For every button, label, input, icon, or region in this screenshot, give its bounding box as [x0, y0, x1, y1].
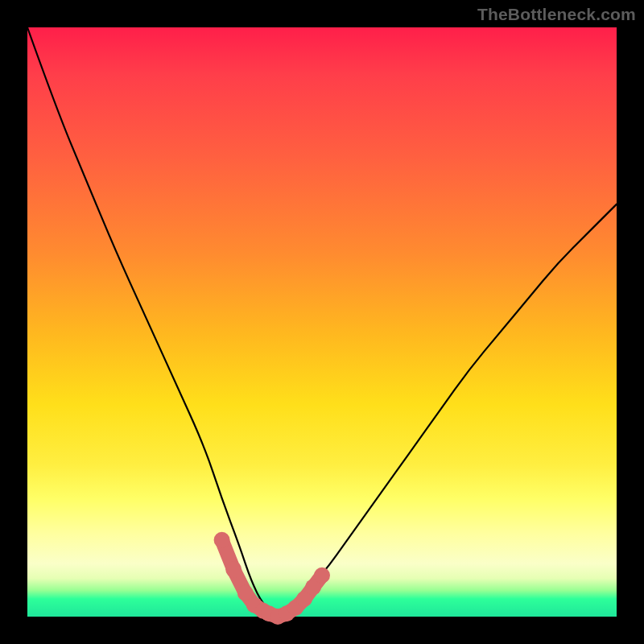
plot-area: [27, 27, 617, 617]
marker-band: [214, 532, 330, 625]
bottleneck-curve-line: [27, 27, 617, 613]
chart-svg: [27, 27, 617, 617]
marker-dot: [314, 568, 330, 584]
marker-dot: [225, 561, 242, 577]
watermark: TheBottleneck.com: [477, 5, 636, 24]
chart-frame: TheBottleneck.com: [0, 0, 644, 644]
marker-dot: [214, 532, 230, 548]
